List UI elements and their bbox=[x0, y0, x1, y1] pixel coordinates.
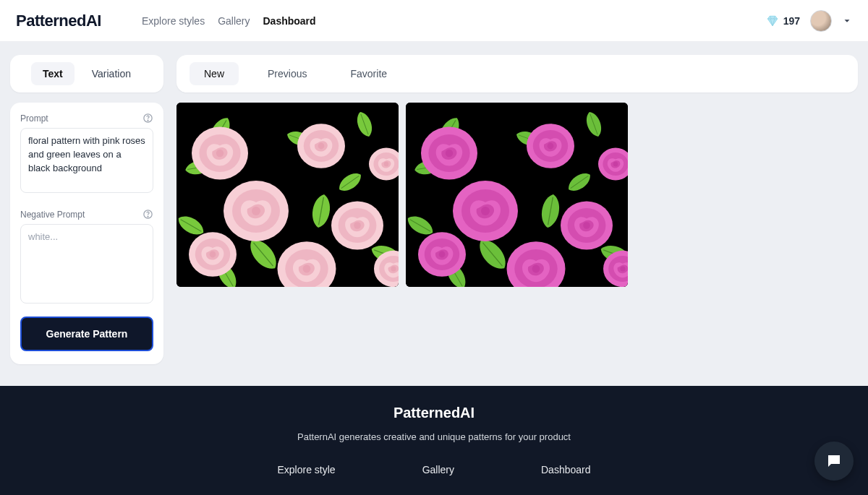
footer-subtitle: PatternAI generates creative and unique … bbox=[0, 431, 868, 442]
footer-link-explore[interactable]: Explore style bbox=[277, 464, 335, 475]
credit-count: 197 bbox=[783, 15, 800, 27]
nav-link-explore[interactable]: Explore styles bbox=[142, 15, 205, 27]
chevron-down-icon[interactable] bbox=[842, 16, 852, 26]
workspace: Text Variation Prompt Negative Prompt Ge… bbox=[0, 42, 868, 386]
svg-point-3 bbox=[148, 216, 148, 217]
header-right: 197 bbox=[766, 10, 852, 32]
svg-point-61 bbox=[481, 207, 490, 215]
left-column: Text Variation Prompt Negative Prompt Ge… bbox=[10, 55, 163, 364]
credit-balance[interactable]: 197 bbox=[766, 14, 800, 27]
svg-point-67 bbox=[439, 251, 446, 258]
svg-point-52 bbox=[446, 150, 453, 157]
neg-prompt-input[interactable] bbox=[20, 224, 153, 304]
result-thumb[interactable] bbox=[406, 103, 628, 287]
svg-point-70 bbox=[532, 265, 540, 273]
tab-new[interactable]: New bbox=[190, 62, 239, 85]
svg-point-38 bbox=[391, 266, 396, 271]
right-column: New Previous Favorite bbox=[176, 55, 858, 287]
svg-point-17 bbox=[216, 150, 224, 157]
mode-tabs: Text Variation bbox=[10, 55, 163, 92]
result-thumb[interactable] bbox=[176, 103, 399, 287]
footer-link-gallery[interactable]: Gallery bbox=[422, 464, 454, 475]
site-header: PatternedAI Explore styles Gallery Dashb… bbox=[0, 0, 868, 42]
svg-point-58 bbox=[613, 162, 618, 166]
svg-point-35 bbox=[303, 265, 311, 273]
nav-link-gallery[interactable]: Gallery bbox=[218, 15, 250, 27]
chat-button[interactable] bbox=[814, 442, 854, 481]
gem-icon bbox=[766, 14, 779, 27]
nav-link-dashboard[interactable]: Dashboard bbox=[263, 15, 316, 27]
svg-point-20 bbox=[318, 143, 325, 150]
svg-point-29 bbox=[354, 222, 361, 229]
main-nav: Explore styles Gallery Dashboard bbox=[142, 15, 316, 27]
footer-link-dashboard[interactable]: Dashboard bbox=[541, 464, 591, 475]
svg-point-23 bbox=[384, 162, 388, 166]
help-icon[interactable] bbox=[142, 113, 153, 124]
filter-tabs: New Previous Favorite bbox=[176, 55, 858, 92]
svg-point-55 bbox=[548, 143, 554, 150]
logo: PatternedAI bbox=[16, 12, 101, 30]
prompt-label: Prompt bbox=[20, 113, 48, 124]
tab-previous[interactable]: Previous bbox=[253, 62, 321, 85]
help-icon[interactable] bbox=[142, 209, 153, 220]
svg-point-64 bbox=[583, 222, 590, 229]
tab-text[interactable]: Text bbox=[31, 62, 75, 85]
svg-point-32 bbox=[210, 251, 216, 258]
footer-title: PatternedAI bbox=[0, 405, 868, 421]
svg-point-26 bbox=[252, 207, 260, 215]
avatar[interactable] bbox=[810, 10, 832, 32]
generate-button[interactable]: Generate Pattern bbox=[20, 317, 153, 351]
chat-icon bbox=[825, 452, 843, 470]
svg-point-1 bbox=[148, 120, 148, 121]
prompt-input[interactable] bbox=[20, 128, 153, 193]
tab-favorite[interactable]: Favorite bbox=[336, 62, 401, 85]
tab-variation[interactable]: Variation bbox=[80, 62, 142, 85]
footer-links: Explore style Gallery Dashboard bbox=[0, 464, 868, 475]
results-grid bbox=[176, 103, 858, 287]
footer: PatternedAI PatternAI generates creative… bbox=[0, 386, 868, 495]
neg-prompt-label: Negative Prompt bbox=[20, 210, 85, 220]
svg-point-73 bbox=[620, 266, 625, 271]
prompt-panel: Prompt Negative Prompt Generate Pattern bbox=[10, 103, 163, 364]
